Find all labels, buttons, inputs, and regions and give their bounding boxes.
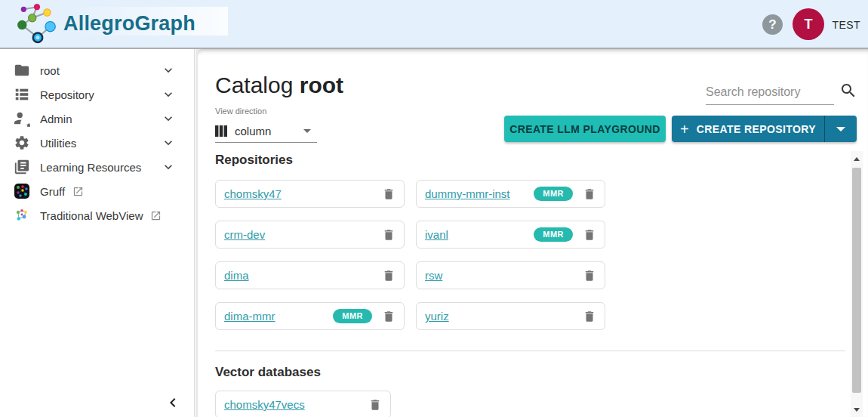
view-direction-label: View direction — [215, 107, 266, 116]
sidebar-item-label: root — [40, 64, 60, 77]
sidebar-item-admin[interactable]: Admin — [0, 107, 194, 131]
column-view-icon — [215, 125, 227, 137]
title-catalog-name: root — [300, 73, 343, 97]
mmr-badge: MMR — [534, 187, 573, 201]
view-direction-value: column — [235, 125, 271, 137]
repository-card: dummy-mmr-inst MMR — [416, 180, 605, 208]
storage-icon — [14, 86, 30, 103]
catalog-scroll-area: Repositories chomsky47 — [198, 151, 845, 417]
sidebar-item-learning-resources[interactable]: Learning Resources — [0, 155, 194, 179]
create-repository-button[interactable]: + CREATE REPOSITORY — [672, 116, 824, 142]
trash-icon[interactable] — [382, 269, 396, 283]
vector-database-link[interactable]: chomsky47vecs — [224, 398, 305, 411]
user-name: TEST — [833, 0, 860, 49]
chevron-down-icon[interactable] — [161, 87, 176, 102]
mmr-badge: MMR — [333, 309, 372, 323]
title-prefix: Catalog — [215, 73, 293, 97]
scrollbar-up-arrow[interactable] — [851, 153, 863, 165]
chevron-left-icon — [164, 394, 182, 412]
sidebar-collapse-button[interactable] — [160, 390, 186, 415]
repository-card: crm-dev — [215, 221, 405, 249]
repository-link[interactable]: yuriz — [425, 310, 449, 323]
sidebar-item-label: Traditional WebView — [40, 209, 143, 222]
sidebar-item-label: Gruff — [40, 185, 65, 198]
repository-card: rsw — [416, 261, 605, 289]
sidebar-item-repository[interactable]: Repository — [0, 82, 194, 107]
repository-link[interactable]: dummy-mmr-inst — [425, 187, 510, 200]
app-name: AllegroGraph — [63, 12, 195, 36]
chevron-down-icon[interactable] — [161, 159, 176, 175]
section-divider — [215, 351, 845, 351]
trash-icon[interactable] — [368, 398, 382, 412]
repositories-heading: Repositories — [215, 153, 845, 168]
search-input[interactable] — [706, 82, 834, 105]
sidebar-nav: root Repository Admin — [0, 49, 195, 417]
app-header: AllegroGraph ? T TEST — [0, 0, 868, 49]
trash-icon[interactable] — [583, 269, 596, 283]
sidebar-item-label: Admin — [40, 113, 72, 125]
create-repository-dropdown-button[interactable] — [825, 116, 857, 142]
mmr-badge: MMR — [534, 227, 573, 242]
scrollbar[interactable] — [851, 151, 863, 417]
repository-card: chomsky47 — [215, 180, 405, 208]
repositories-grid: chomsky47 crm-dev — [215, 180, 845, 330]
trash-icon[interactable] — [382, 228, 396, 242]
catalog-card: Catalog root View direction column CREAT… — [198, 49, 868, 417]
select-caret-icon — [303, 129, 311, 133]
repository-link[interactable]: dima — [224, 269, 249, 282]
repository-card: ivanl MMR — [416, 221, 605, 249]
repository-card: dima — [215, 261, 405, 289]
scrollbar-down-arrow[interactable] — [851, 403, 863, 415]
folder-icon — [14, 62, 30, 79]
sidebar-item-utilities[interactable]: Utilities — [0, 131, 194, 155]
sidebar-item-traditional-webview[interactable]: Traditional WebView — [0, 203, 194, 227]
repository-link[interactable]: rsw — [425, 269, 442, 282]
external-link-icon — [72, 186, 84, 197]
repository-card: yuriz — [416, 302, 605, 330]
repository-link[interactable]: chomsky47 — [224, 187, 282, 200]
vector-databases-grid: chomsky47vecs — [215, 391, 845, 417]
webview-molecule-icon — [14, 207, 30, 224]
sidebar-item-root[interactable]: root — [0, 58, 194, 82]
scrollbar-thumb[interactable] — [852, 168, 861, 393]
chevron-down-icon[interactable] — [161, 63, 176, 78]
chevron-down-icon[interactable] — [161, 111, 176, 126]
library-icon — [14, 159, 30, 175]
repository-card: dima-mmr MMR — [215, 302, 405, 330]
search-icon[interactable] — [839, 81, 858, 100]
molecule-logo-icon — [17, 2, 59, 45]
app-logo[interactable]: AllegroGraph — [17, 2, 195, 45]
plus-icon: + — [680, 122, 689, 137]
create-repository-label: CREATE REPOSITORY — [697, 123, 816, 135]
repository-link[interactable]: ivanl — [425, 228, 448, 241]
vector-database-card: chomsky47vecs — [215, 391, 391, 417]
help-button[interactable]: ? — [762, 14, 783, 35]
repository-link[interactable]: crm-dev — [224, 228, 265, 241]
trash-icon[interactable] — [382, 187, 396, 201]
sidebar-item-gruff[interactable]: Gruff — [0, 179, 194, 203]
trash-icon[interactable] — [382, 310, 396, 323]
repository-link[interactable]: dima-mmr — [224, 310, 275, 323]
caret-down-icon — [836, 127, 845, 131]
view-direction-select[interactable]: column — [215, 120, 317, 143]
sidebar-item-label: Utilities — [40, 137, 76, 150]
vector-databases-heading: Vector databases — [215, 365, 845, 380]
external-link-icon — [150, 210, 162, 221]
sidebar-item-label: Repository — [40, 88, 94, 101]
page-title: Catalog root — [215, 73, 343, 98]
gear-icon — [14, 134, 30, 151]
user-avatar[interactable]: T — [793, 8, 824, 40]
chevron-down-icon[interactable] — [161, 135, 176, 150]
trash-icon[interactable] — [583, 187, 596, 201]
sidebar-item-label: Learning Resources — [40, 161, 141, 174]
gruff-icon — [14, 183, 30, 199]
trash-icon[interactable] — [583, 310, 596, 323]
main-area: Catalog root View direction column CREAT… — [195, 49, 868, 417]
create-repository-split-button: + CREATE REPOSITORY — [672, 116, 857, 142]
trash-icon[interactable] — [583, 228, 596, 242]
create-llm-playground-button[interactable]: CREATE LLM PLAYGROUND — [504, 116, 666, 142]
admin-user-gear-icon — [14, 110, 30, 127]
